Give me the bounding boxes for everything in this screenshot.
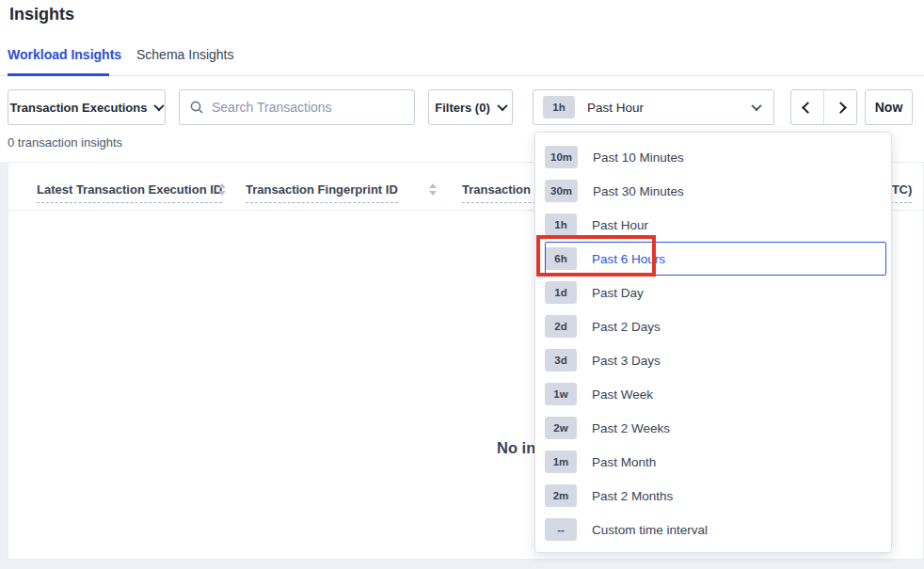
- time-option-badge: 2m: [545, 484, 577, 507]
- time-option-past-month[interactable]: 1m Past Month: [535, 445, 891, 479]
- insights-page: Insights Workload Insights Schema Insigh…: [0, 0, 924, 569]
- time-option-past-3-days[interactable]: 3d Past 3 Days: [535, 343, 891, 377]
- time-option-past-week[interactable]: 1w Past Week: [535, 377, 891, 411]
- now-button[interactable]: Now: [865, 89, 913, 125]
- workload-type-dropdown[interactable]: Transaction Executions: [8, 89, 166, 125]
- column-header-transaction-fingerprint-id[interactable]: Transaction Fingerprint ID: [246, 182, 398, 203]
- sort-icon[interactable]: [428, 183, 437, 196]
- time-option-past-day[interactable]: 1d Past Day: [535, 276, 891, 309]
- time-interval-dropdown-menu: 10m Past 10 Minutes 30m Past 30 Minutes …: [534, 132, 892, 553]
- tab-workload-insights[interactable]: Workload Insights: [8, 47, 121, 62]
- search-transactions-box[interactable]: [179, 89, 415, 125]
- time-option-badge: --: [545, 518, 577, 541]
- time-option-past-6-hours[interactable]: 6h Past 6 Hours: [535, 242, 891, 276]
- next-interval-button[interactable]: [823, 90, 856, 124]
- time-option-past-30-minutes[interactable]: 30m Past 30 Minutes: [535, 174, 891, 208]
- time-interval-label: Past Hour: [587, 101, 741, 115]
- time-option-past-2-weeks[interactable]: 2w Past 2 Weeks: [535, 411, 891, 445]
- time-option-badge: 2w: [545, 417, 577, 439]
- workload-type-label: Transaction Executions: [10, 101, 148, 115]
- time-option-badge: 1w: [545, 383, 577, 405]
- chevron-down-icon: [751, 101, 761, 111]
- search-icon: [189, 100, 204, 115]
- filters-button[interactable]: Filters (0): [428, 89, 513, 125]
- column-header-latest-transaction-execution-id[interactable]: Latest Transaction Execution ID: [37, 182, 222, 203]
- sort-icon[interactable]: [217, 183, 226, 196]
- active-tab-underline: [8, 73, 109, 76]
- previous-interval-button[interactable]: [791, 90, 823, 124]
- time-option-past-hour[interactable]: 1h Past Hour: [535, 208, 891, 242]
- time-option-custom-interval[interactable]: -- Custom time interval: [535, 513, 891, 546]
- chevron-right-icon: [835, 102, 847, 114]
- time-option-badge: 30m: [545, 180, 578, 202]
- chevron-down-icon: [497, 101, 507, 111]
- time-option-past-2-days[interactable]: 2d Past 2 Days: [535, 309, 891, 343]
- time-option-badge: 1h: [545, 213, 577, 236]
- now-label: Now: [875, 100, 903, 115]
- time-option-badge: 1d: [545, 281, 577, 304]
- time-option-badge: 2d: [545, 315, 577, 338]
- time-option-past-2-months[interactable]: 2m Past 2 Months: [535, 479, 891, 513]
- search-transactions-input[interactable]: [212, 100, 405, 115]
- time-option-badge: 3d: [545, 349, 577, 371]
- page-title: Insights: [9, 5, 74, 24]
- tab-schema-insights[interactable]: Schema Insights: [136, 47, 234, 62]
- time-option-badge: 6h: [545, 247, 577, 270]
- time-option-past-10-minutes[interactable]: 10m Past 10 Minutes: [535, 140, 891, 174]
- results-count: 0 transaction insights: [8, 135, 122, 150]
- time-interval-badge: 1h: [543, 96, 575, 119]
- filters-label: Filters (0): [435, 101, 490, 115]
- tabs-bar: Workload Insights Schema Insights: [0, 41, 924, 76]
- time-option-badge: 1m: [545, 450, 577, 473]
- chevron-down-icon: [154, 101, 165, 111]
- time-interval-selector[interactable]: 1h Past Hour: [533, 89, 774, 125]
- time-range-nav: [790, 89, 857, 125]
- chevron-left-icon: [802, 102, 814, 114]
- time-option-badge: 10m: [545, 146, 578, 168]
